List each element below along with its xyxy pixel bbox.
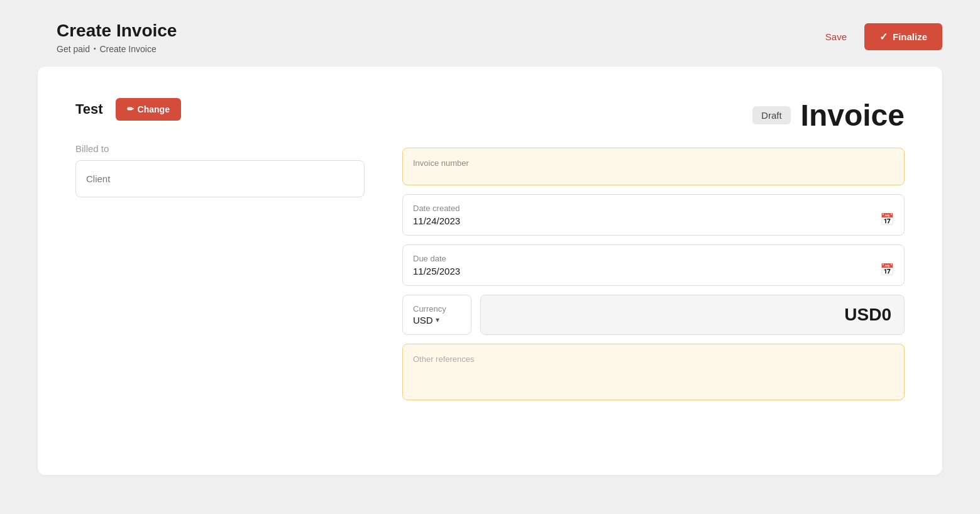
title-group: Create Invoice Get paid • Create Invoice xyxy=(57,20,177,54)
currency-value-row: USD ▾ xyxy=(413,315,461,325)
other-references-label: Other references xyxy=(413,354,894,364)
date-created-field[interactable]: Date created 11/24/2023 📅 xyxy=(402,194,905,236)
client-input[interactable] xyxy=(75,160,365,197)
currency-select-field[interactable]: Currency USD ▾ xyxy=(402,295,471,335)
change-label: Change xyxy=(138,104,170,114)
due-date-value: 11/25/2023 xyxy=(413,266,460,276)
company-row: Test ✏ Change xyxy=(75,98,365,121)
finalize-button[interactable]: ✓ Finalize xyxy=(864,23,942,50)
right-panel: Draft Invoice Invoice number Date create… xyxy=(402,98,905,400)
card-layout: Test ✏ Change Billed to Draft Invoice In… xyxy=(75,98,905,400)
draft-badge: Draft xyxy=(752,106,791,124)
amount-display: USD0 xyxy=(480,295,905,335)
breadcrumb-parent: Get paid xyxy=(57,44,90,54)
calendar-icon-due[interactable]: 📅 xyxy=(880,263,894,276)
invoice-number-label: Invoice number xyxy=(413,158,894,168)
save-button[interactable]: Save xyxy=(818,28,854,46)
due-date-group: Due date 11/25/2023 xyxy=(413,254,460,276)
date-created-group: Date created 11/24/2023 xyxy=(413,204,460,226)
currency-label: Currency xyxy=(413,304,461,314)
invoice-header-row: Draft Invoice xyxy=(402,98,905,133)
currency-value: USD xyxy=(413,315,433,325)
invoice-number-field[interactable]: Invoice number xyxy=(402,148,905,185)
billed-to-label: Billed to xyxy=(75,143,365,154)
breadcrumb: Get paid • Create Invoice xyxy=(57,44,177,54)
currency-select-inner: Currency USD ▾ xyxy=(413,304,461,325)
due-date-label: Due date xyxy=(413,254,460,263)
breadcrumb-current: Create Invoice xyxy=(99,44,156,54)
invoice-title: Invoice xyxy=(801,98,905,133)
date-created-inner: Date created 11/24/2023 📅 xyxy=(413,204,894,226)
main-card: Test ✏ Change Billed to Draft Invoice In… xyxy=(38,67,942,475)
pencil-icon: ✏ xyxy=(127,104,134,114)
finalize-label: Finalize xyxy=(893,31,927,42)
other-references-field[interactable]: Other references xyxy=(402,344,905,400)
change-button[interactable]: ✏ Change xyxy=(116,98,181,121)
dropdown-arrow-icon: ▾ xyxy=(436,315,439,324)
breadcrumb-separator: • xyxy=(94,45,96,52)
calendar-icon-created[interactable]: 📅 xyxy=(880,212,894,226)
header-actions: Save ✓ Finalize xyxy=(818,23,942,50)
company-name: Test xyxy=(75,101,103,118)
left-panel: Test ✏ Change Billed to xyxy=(75,98,365,400)
date-created-value: 11/24/2023 xyxy=(413,216,460,226)
page-title: Create Invoice xyxy=(57,20,177,41)
due-date-field[interactable]: Due date 11/25/2023 📅 xyxy=(402,244,905,286)
due-date-inner: Due date 11/25/2023 📅 xyxy=(413,254,894,276)
currency-row: Currency USD ▾ USD0 xyxy=(402,295,905,335)
amount-text: USD0 xyxy=(844,305,891,325)
date-created-label: Date created xyxy=(413,204,460,213)
page-header: Create Invoice Get paid • Create Invoice… xyxy=(0,0,980,67)
check-icon: ✓ xyxy=(879,31,888,43)
